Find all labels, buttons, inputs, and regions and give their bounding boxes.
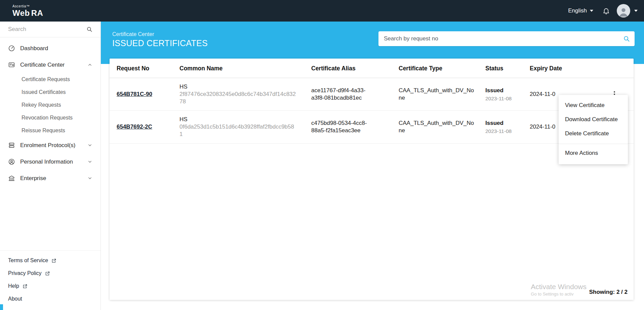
common-name-prefix: HS: [179, 83, 303, 91]
external-link-icon: [23, 284, 28, 289]
sidebar-search-input[interactable]: [8, 26, 84, 33]
sidebar-item-enterprise[interactable]: Enterprise: [0, 170, 100, 186]
certificate-alias: ace11767-d9f4-4a33-a3f8-081bcadb81ec: [311, 87, 378, 102]
notifications-button[interactable]: [602, 7, 610, 15]
common-name-hash: 0f6da253d1c5b151d6c4b3928ffaf2fbdcc9b581: [179, 123, 297, 138]
sidebar-item-label: Enterprise: [20, 175, 46, 182]
external-link-icon: [51, 258, 56, 263]
topbar-right: English: [568, 4, 638, 18]
request-search: [378, 31, 635, 46]
page-heading: Certificate Center ISSUED CERTIFICATES: [112, 31, 208, 48]
sidebar-footer: Terms of Service Privacy Policy Help Abo…: [0, 250, 100, 310]
brand-webra: WebRA: [12, 9, 43, 17]
sidebar-item-label: Personal Information: [20, 159, 73, 165]
page-title: ISSUED CERTIFICATES: [112, 38, 208, 48]
about-link[interactable]: About: [0, 292, 100, 305]
breadcrumb: Certificate Center: [112, 31, 208, 37]
column-header-common-name: Common Name: [175, 59, 307, 78]
table-row: 654B7692-2C HS 0f6da253d1c5b151d6c4b3928…: [110, 111, 634, 143]
chevron-down-icon: [87, 159, 92, 164]
column-header-certificate-alias: Certificate Alias: [307, 59, 395, 78]
sidebar-nav: Dashboard Certificate Center Certificate…: [0, 37, 100, 186]
brand-ascertia: Ascertia™: [12, 5, 43, 8]
status-date: 2023-11-08: [485, 128, 522, 135]
topbar: Ascertia™ WebRA English: [0, 0, 644, 22]
footer-link-label: Privacy Policy: [8, 270, 42, 276]
certificate-type: CAA_TLS_Auth_with_DV_None: [399, 87, 477, 102]
search-icon[interactable]: [86, 26, 92, 32]
issued-certificates-card: Request No Common Name Certificate Alias…: [110, 59, 634, 300]
terms-of-service-link[interactable]: Terms of Service: [0, 254, 100, 267]
sidebar-search: [0, 22, 100, 37]
common-name-hash: 2f87476ce32083245e0d8c6c74b347df14c83278: [179, 91, 297, 105]
privacy-policy-link[interactable]: Privacy Policy: [0, 267, 100, 280]
menu-item-delete-certificate[interactable]: Delete Certificate: [559, 127, 628, 141]
sidebar-subitem-issued-certificates[interactable]: Issued Certificates: [0, 86, 100, 99]
sidebar-item-enrolment-protocols[interactable]: Enrolment Protocol(s): [0, 137, 100, 153]
issued-certificates-table: Request No Common Name Certificate Alias…: [110, 59, 634, 144]
status-date: 2023-11-08: [485, 95, 522, 102]
language-label: English: [568, 7, 587, 14]
page-header-band: Certificate Center ISSUED CERTIFICATES: [101, 22, 644, 64]
status-badge: Issued: [485, 87, 522, 94]
menu-item-download-certificate[interactable]: Download Certificate: [559, 112, 628, 127]
column-header-certificate-type: Certificate Type: [395, 59, 481, 78]
caret-down-icon: [590, 10, 593, 12]
common-name-prefix: HS: [179, 116, 303, 123]
expiry-date: 2024-11-0: [530, 91, 555, 97]
footer-link-label: Help: [8, 283, 19, 289]
sidebar-item-label: Enrolment Protocol(s): [20, 142, 75, 149]
sidebar-subitem-certificate-requests[interactable]: Certificate Requests: [0, 73, 100, 86]
chevron-up-icon: [87, 62, 92, 67]
app-logo[interactable]: Ascertia™ WebRA: [12, 5, 43, 17]
bell-icon: [602, 7, 610, 15]
request-no-link[interactable]: 654B781C-90: [117, 91, 152, 97]
user-avatar[interactable]: [617, 4, 630, 18]
personal-information-icon: [8, 158, 15, 165]
table-header-row: Request No Common Name Certificate Alias…: [110, 59, 634, 78]
request-search-input[interactable]: [384, 35, 619, 42]
footer-link-label: About: [8, 296, 22, 302]
activate-windows-watermark: Activate Windows Go to Settings to activ: [531, 283, 587, 297]
scrollbar-accent: [0, 304, 3, 310]
sidebar: Dashboard Certificate Center Certificate…: [0, 22, 101, 310]
chevron-down-icon: [87, 143, 92, 148]
column-header-expiry-date: Expiry Date: [526, 59, 595, 78]
status-badge: Issued: [485, 119, 522, 127]
showing-count: Showing: 2 / 2: [589, 289, 628, 296]
sidebar-item-dashboard[interactable]: Dashboard: [0, 40, 100, 57]
certificate-center-icon: [8, 61, 15, 68]
sidebar-subitem-revocation-requests[interactable]: Revocation Requests: [0, 111, 100, 124]
row-context-menu: View Certificate Download Certificate De…: [559, 95, 628, 164]
user-icon: [618, 6, 629, 18]
enterprise-icon: [8, 175, 15, 182]
external-link-icon: [45, 271, 50, 276]
dashboard-icon: [8, 45, 15, 52]
request-no-link[interactable]: 654B7692-2C: [117, 124, 152, 130]
sidebar-item-label: Certificate Center: [20, 62, 65, 68]
sidebar-item-label: Dashboard: [20, 45, 48, 52]
menu-item-more-actions[interactable]: More Actions: [559, 146, 628, 160]
chevron-down-icon: [87, 176, 92, 181]
menu-item-view-certificate[interactable]: View Certificate: [559, 98, 628, 112]
column-header-actions: [595, 59, 634, 78]
sidebar-item-personal-information[interactable]: Personal Information: [0, 153, 100, 170]
menu-divider: [559, 144, 628, 144]
table-row: 654B781C-90 HS 2f87476ce32083245e0d8c6c7…: [110, 78, 634, 111]
sidebar-subitem-rekey-requests[interactable]: Rekey Requests: [0, 99, 100, 111]
certificate-alias: c475bd98-0534-4cc8-88a5-f2fa15eac3ee: [311, 119, 378, 134]
main-layout: Dashboard Certificate Center Certificate…: [0, 22, 644, 310]
account-menu-caret-icon[interactable]: [634, 10, 638, 12]
help-link[interactable]: Help: [0, 280, 100, 292]
footer-link-label: Terms of Service: [8, 257, 48, 264]
expiry-date: 2024-11-0: [530, 124, 555, 130]
certificate-type: CAA_TLS_Auth_with_DV_None: [399, 119, 477, 134]
enrolment-protocols-icon: [8, 142, 15, 149]
main-content: Certificate Center ISSUED CERTIFICATES R…: [101, 22, 644, 310]
column-header-status: Status: [481, 59, 526, 78]
language-selector[interactable]: English: [568, 7, 593, 14]
sidebar-item-certificate-center[interactable]: Certificate Center: [0, 57, 100, 73]
sidebar-subitem-reissue-requests[interactable]: Reissue Requests: [0, 124, 100, 137]
search-icon[interactable]: [623, 35, 630, 42]
column-header-request-no: Request No: [110, 59, 175, 78]
